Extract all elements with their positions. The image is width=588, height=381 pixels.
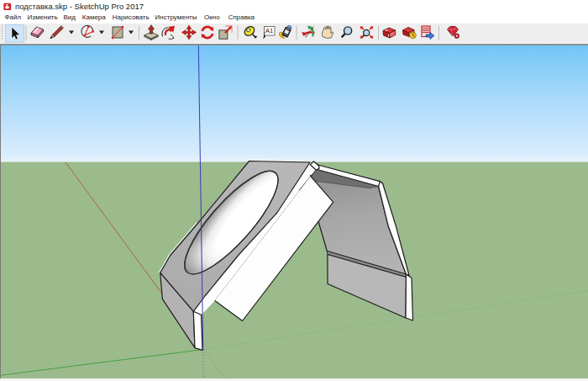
svg-text:A1: A1 [265, 27, 273, 34]
